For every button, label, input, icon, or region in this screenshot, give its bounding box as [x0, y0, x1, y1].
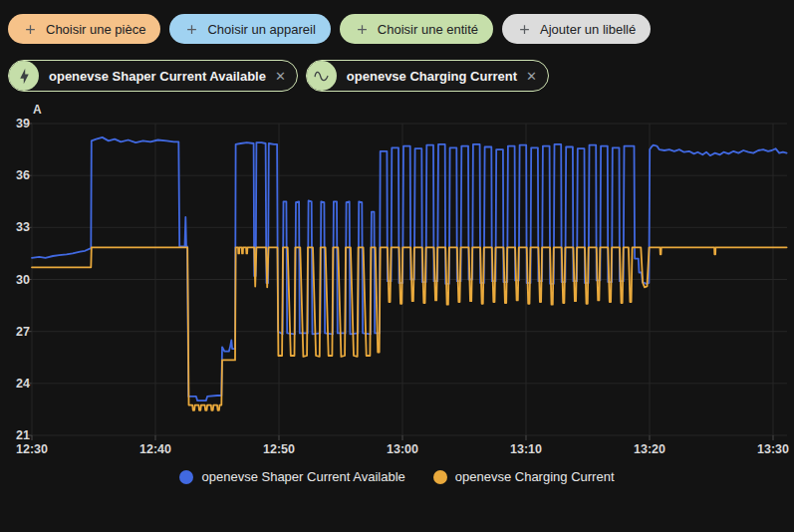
y-axis-tick-label: 27 — [16, 325, 30, 339]
legend-item-shaper-current[interactable]: openevse Shaper Current Available — [179, 469, 404, 484]
legend-label: openevse Charging Current — [455, 469, 615, 484]
x-axis-tick-label: 12:30 — [16, 442, 48, 456]
y-axis-unit-label: A — [33, 103, 42, 117]
y-axis-tick-label: 21 — [16, 428, 30, 442]
legend-item-charging-current[interactable]: openevse Charging Current — [433, 469, 615, 484]
legend-label: openevse Shaper Current Available — [201, 469, 404, 484]
history-chart[interactable]: A 3936333027242112:3012:4012:5013:0013:1… — [0, 0, 794, 532]
x-axis-tick-label: 13:10 — [510, 442, 542, 456]
legend-dot-orange — [433, 470, 447, 484]
x-axis-tick-label: 13:20 — [634, 442, 665, 456]
y-axis-tick-label: 33 — [16, 220, 30, 234]
x-axis-tick-label: 12:40 — [139, 442, 171, 456]
y-axis-tick-label: 36 — [16, 168, 30, 182]
y-axis-tick-label: 24 — [16, 377, 30, 391]
x-axis-tick-label: 13:00 — [387, 442, 418, 456]
legend-dot-blue — [179, 470, 193, 484]
y-axis-tick-label: 30 — [16, 273, 30, 287]
x-axis-tick-label: 12:50 — [263, 442, 295, 456]
history-panel: Choisir une pièce Choisir un appareil Ch… — [0, 0, 794, 532]
y-axis-tick-label: 39 — [16, 117, 30, 131]
x-axis-tick-label: 13:30 — [757, 442, 789, 456]
chart-legend: openevse Shaper Current Available openev… — [0, 469, 794, 484]
